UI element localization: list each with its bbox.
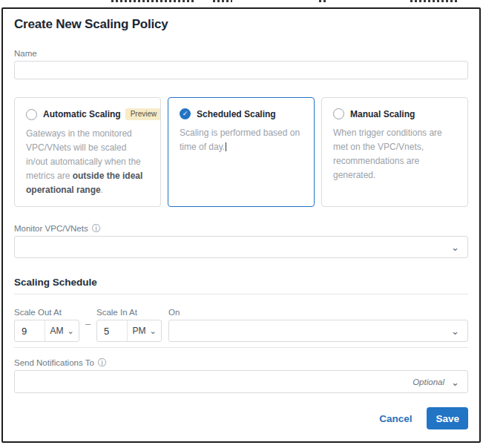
scaling-type-options: Automatic Scaling Preview Gateways in th… [14, 97, 468, 207]
radio-unchecked-icon[interactable] [26, 109, 37, 120]
section-divider [14, 294, 468, 294]
option-description: Scaling is performed based on time of da… [180, 126, 303, 154]
section-divider [14, 347, 468, 348]
radio-unchecked-icon[interactable] [333, 108, 344, 119]
option-description: Gateways in the monitored VPC/VNets will… [26, 127, 149, 197]
optional-placeholder: Optional [413, 378, 444, 386]
notifications-select[interactable]: Optional ⌄ [14, 370, 468, 393]
scale-out-hour-input[interactable] [15, 320, 45, 341]
monitor-vpc-label: Monitor VPC/VNets [14, 224, 88, 233]
option-label: Scheduled Scaling [197, 109, 276, 119]
scale-in-group: Scale In At PM ⌄ [96, 308, 162, 342]
on-label: On [168, 308, 468, 317]
check-icon: ✓ [183, 111, 188, 117]
option-card-scheduled-scaling[interactable]: ✓ Scheduled Scaling Scaling is performed… [168, 97, 315, 207]
chevron-down-icon: ⌄ [149, 327, 156, 335]
scale-out-time-control: AM ⌄ [14, 320, 79, 342]
dialog-title: Create New Scaling Policy [14, 17, 468, 32]
notifications-field-group: Send Notifications To ⓘ Optional ⌄ [14, 358, 468, 393]
name-label: Name [14, 49, 468, 58]
monitor-vpc-field-group: Monitor VPC/VNets ⓘ ⌄ [14, 224, 468, 258]
chevron-down-icon: ⌄ [451, 326, 459, 336]
background-text-clipped [213, 0, 232, 2]
option-label: Manual Scaling [350, 109, 415, 119]
scale-out-group: Scale Out At AM ⌄ [14, 308, 79, 342]
scale-in-time-control: PM ⌄ [96, 320, 162, 342]
scale-out-meridiem-select[interactable]: AM ⌄ [45, 320, 79, 341]
background-text-clipped [111, 0, 194, 2]
background-page-edge [0, 0, 483, 7]
radio-checked-icon[interactable]: ✓ [180, 108, 191, 119]
scale-in-hour-input[interactable] [97, 320, 127, 341]
background-text-clipped [410, 0, 459, 2]
chevron-down-icon: ⌄ [451, 377, 459, 386]
name-input[interactable] [14, 61, 468, 79]
option-card-automatic-scaling[interactable]: Automatic Scaling Preview Gateways in th… [14, 97, 161, 207]
preview-badge: Preview [125, 108, 161, 120]
text-cursor [226, 142, 226, 151]
create-scaling-policy-dialog: Create New Scaling Policy Name Automatic… [1, 7, 481, 443]
on-days-group: On ⌄ [168, 308, 468, 342]
time-range-separator: – [79, 324, 96, 342]
info-icon[interactable]: ⓘ [98, 358, 107, 367]
chevron-down-icon: ⌄ [67, 327, 73, 335]
option-description: When trigger conditions are met on the V… [333, 126, 456, 182]
save-button[interactable]: Save [427, 407, 468, 429]
name-field-group: Name [14, 49, 468, 79]
dialog-footer: Cancel Save [14, 407, 468, 429]
cancel-button[interactable]: Cancel [378, 410, 413, 427]
chevron-down-icon: ⌄ [451, 243, 459, 252]
info-icon[interactable]: ⓘ [92, 224, 101, 233]
scale-out-label: Scale Out At [14, 308, 79, 317]
monitor-vpc-select[interactable]: ⌄ [14, 236, 468, 258]
option-card-manual-scaling[interactable]: Manual Scaling When trigger conditions a… [321, 97, 468, 207]
schedule-time-row: Scale Out At AM ⌄ – Scale In At PM ⌄ On [14, 308, 468, 342]
on-days-select[interactable]: ⌄ [168, 320, 468, 342]
scale-in-meridiem-select[interactable]: PM ⌄ [127, 320, 161, 341]
option-label: Automatic Scaling [43, 109, 121, 119]
background-text-clipped [319, 0, 328, 2]
notifications-label: Send Notifications To [14, 358, 94, 367]
scaling-schedule-heading: Scaling Schedule [14, 277, 468, 288]
scale-in-label: Scale In At [96, 308, 162, 317]
